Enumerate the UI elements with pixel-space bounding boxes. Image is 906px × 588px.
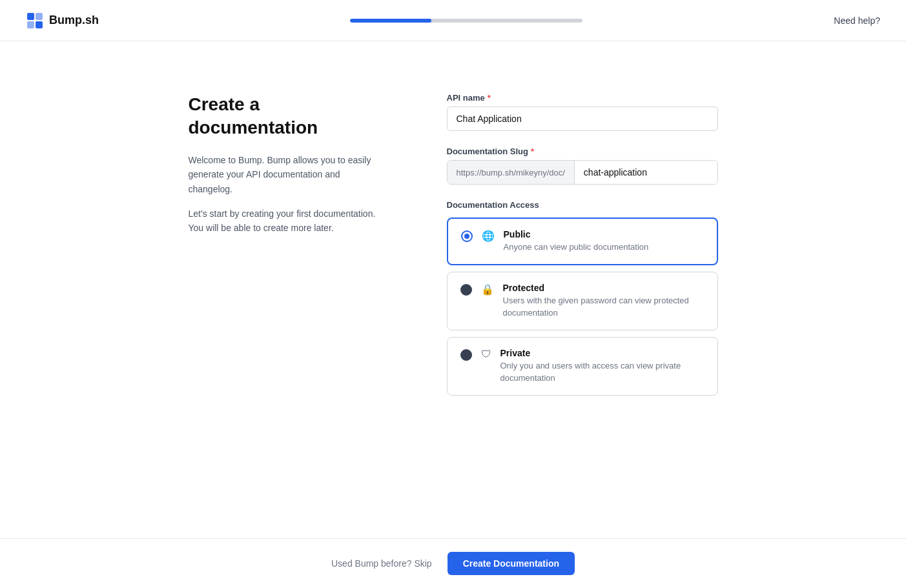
api-name-input[interactable]: [447, 106, 718, 131]
svg-rect-1: [36, 13, 43, 20]
svg-rect-0: [27, 13, 34, 20]
access-text-protected: Protected Users with the given password …: [503, 283, 705, 319]
slug-field: https://bump.sh/mikeyny/doc/: [447, 160, 718, 185]
globe-icon: 🌐: [482, 230, 495, 242]
description-primary: Welcome to Bump. Bump allows you to easi…: [189, 153, 382, 196]
access-label: Documentation Access: [447, 200, 718, 210]
access-option-protected[interactable]: 🔒 Protected Users with the given passwor…: [447, 272, 718, 330]
slug-required: *: [531, 147, 534, 156]
need-help-button[interactable]: Need help?: [834, 15, 880, 26]
svg-rect-3: [36, 21, 43, 28]
access-desc-private: Only you and users with access can view …: [500, 360, 705, 385]
main-content: Create a documentation Welcome to Bump. …: [0, 41, 906, 538]
shield-icon: 🛡: [481, 349, 491, 360]
left-panel: Create a documentation Welcome to Bump. …: [189, 93, 382, 236]
progress-bar-track: [350, 19, 582, 23]
radio-public[interactable]: [461, 230, 473, 242]
logo-text: Bump.sh: [49, 14, 99, 27]
access-desc-public: Anyone can view public documentation: [504, 241, 704, 254]
form-panel: API name * Documentation Slug * https://…: [447, 93, 718, 411]
access-title-private: Private: [500, 348, 705, 358]
description-secondary: Let's start by creating your first docum…: [189, 207, 382, 236]
radio-protected[interactable]: [460, 284, 472, 296]
access-title-protected: Protected: [503, 283, 705, 293]
slug-prefix: https://bump.sh/mikeyny/doc/: [448, 161, 575, 184]
skip-button[interactable]: Used Bump before? Skip: [331, 558, 432, 569]
access-field-group: Documentation Access 🌐 Public Anyone can…: [447, 200, 718, 396]
api-name-label: API name *: [447, 93, 718, 103]
slug-label: Documentation Slug *: [447, 147, 718, 156]
slug-input[interactable]: [575, 161, 717, 184]
access-text-public: Public Anyone can view public documentat…: [504, 229, 704, 254]
slug-field-group: Documentation Slug * https://bump.sh/mik…: [447, 147, 718, 185]
access-text-private: Private Only you and users with access c…: [500, 348, 705, 385]
lock-icon: 🔒: [481, 283, 494, 296]
api-name-required: *: [488, 93, 491, 103]
logo-icon: [26, 12, 44, 30]
radio-private[interactable]: [460, 349, 472, 361]
progress-bar-container: [350, 19, 582, 23]
footer: Used Bump before? Skip Create Documentat…: [0, 538, 906, 588]
logo[interactable]: Bump.sh: [26, 12, 99, 30]
access-option-public[interactable]: 🌐 Public Anyone can view public document…: [447, 218, 718, 265]
access-title-public: Public: [504, 229, 704, 239]
header: Bump.sh Need help?: [0, 0, 906, 41]
page-title: Create a documentation: [189, 93, 382, 140]
create-documentation-button[interactable]: Create Documentation: [448, 552, 575, 575]
access-option-private[interactable]: 🛡 Private Only you and users with access…: [447, 337, 718, 396]
svg-rect-2: [27, 21, 34, 28]
access-desc-protected: Users with the given password can view p…: [503, 294, 705, 319]
progress-bar-fill: [350, 19, 431, 23]
api-name-field-group: API name *: [447, 93, 718, 131]
